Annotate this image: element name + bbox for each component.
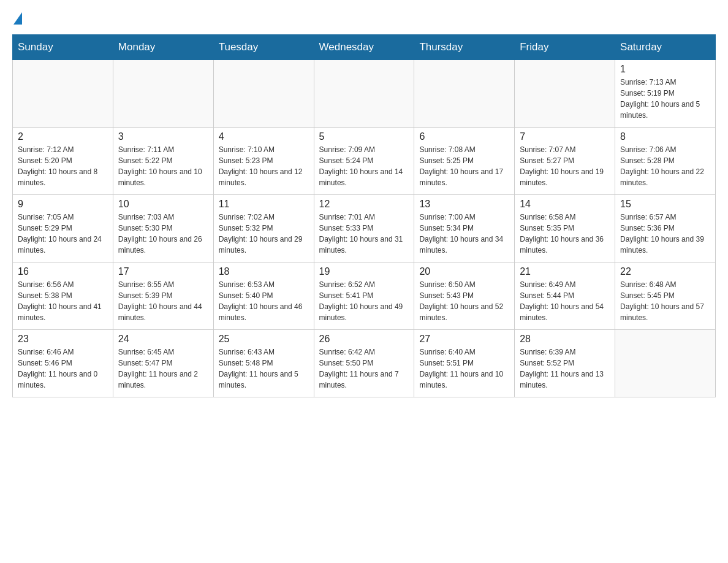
day-number: 15 <box>620 199 710 210</box>
day-number: 17 <box>118 266 208 277</box>
calendar-day-cell <box>13 60 113 128</box>
day-info: Sunrise: 6:56 AM Sunset: 5:38 PM Dayligh… <box>18 279 108 323</box>
calendar-day-cell: 26Sunrise: 6:42 AM Sunset: 5:50 PM Dayli… <box>314 330 414 397</box>
calendar-day-cell: 4Sunrise: 7:10 AM Sunset: 5:23 PM Daylig… <box>213 128 314 195</box>
logo <box>12 12 22 28</box>
day-number: 23 <box>18 334 108 345</box>
day-info: Sunrise: 6:53 AM Sunset: 5:40 PM Dayligh… <box>219 279 309 323</box>
logo-triangle-icon <box>13 12 22 25</box>
page-header <box>12 12 716 28</box>
day-info: Sunrise: 6:46 AM Sunset: 5:46 PM Dayligh… <box>18 347 108 391</box>
calendar-day-cell <box>113 60 213 128</box>
day-number: 4 <box>219 131 309 142</box>
day-number: 27 <box>419 334 509 345</box>
day-number: 11 <box>219 199 309 210</box>
day-info: Sunrise: 6:57 AM Sunset: 5:36 PM Dayligh… <box>620 212 710 256</box>
calendar-day-cell: 27Sunrise: 6:40 AM Sunset: 5:51 PM Dayli… <box>414 330 515 397</box>
calendar-day-cell <box>414 60 515 128</box>
day-number: 28 <box>520 334 610 345</box>
calendar-day-cell: 13Sunrise: 7:00 AM Sunset: 5:34 PM Dayli… <box>414 195 515 262</box>
day-number: 1 <box>620 64 710 75</box>
day-number: 3 <box>118 131 208 142</box>
day-info: Sunrise: 7:11 AM Sunset: 5:22 PM Dayligh… <box>118 144 208 188</box>
day-info: Sunrise: 6:48 AM Sunset: 5:45 PM Dayligh… <box>620 279 710 323</box>
calendar-day-cell: 23Sunrise: 6:46 AM Sunset: 5:46 PM Dayli… <box>13 330 113 397</box>
calendar-week-row: 16Sunrise: 6:56 AM Sunset: 5:38 PM Dayli… <box>13 262 716 330</box>
calendar-day-cell: 21Sunrise: 6:49 AM Sunset: 5:44 PM Dayli… <box>515 262 615 330</box>
day-of-week-header: Sunday <box>13 35 113 60</box>
calendar-week-row: 2Sunrise: 7:12 AM Sunset: 5:20 PM Daylig… <box>13 128 716 195</box>
day-number: 19 <box>319 266 409 277</box>
day-number: 20 <box>419 266 509 277</box>
day-info: Sunrise: 6:52 AM Sunset: 5:41 PM Dayligh… <box>319 279 409 323</box>
day-of-week-header: Tuesday <box>213 35 314 60</box>
day-number: 9 <box>18 199 108 210</box>
day-of-week-header: Saturday <box>615 35 716 60</box>
calendar-day-cell: 14Sunrise: 6:58 AM Sunset: 5:35 PM Dayli… <box>515 195 615 262</box>
calendar-day-cell: 15Sunrise: 6:57 AM Sunset: 5:36 PM Dayli… <box>615 195 716 262</box>
calendar-day-cell: 2Sunrise: 7:12 AM Sunset: 5:20 PM Daylig… <box>13 128 113 195</box>
day-info: Sunrise: 7:00 AM Sunset: 5:34 PM Dayligh… <box>419 212 509 256</box>
day-number: 26 <box>319 334 409 345</box>
calendar-day-cell: 24Sunrise: 6:45 AM Sunset: 5:47 PM Dayli… <box>113 330 213 397</box>
calendar-day-cell: 25Sunrise: 6:43 AM Sunset: 5:48 PM Dayli… <box>213 330 314 397</box>
day-info: Sunrise: 7:12 AM Sunset: 5:20 PM Dayligh… <box>18 144 108 188</box>
calendar-day-cell: 1Sunrise: 7:13 AM Sunset: 5:19 PM Daylig… <box>615 60 716 128</box>
calendar-day-cell: 10Sunrise: 7:03 AM Sunset: 5:30 PM Dayli… <box>113 195 213 262</box>
day-number: 14 <box>520 199 610 210</box>
day-number: 6 <box>419 131 509 142</box>
calendar-day-cell: 9Sunrise: 7:05 AM Sunset: 5:29 PM Daylig… <box>13 195 113 262</box>
calendar-day-cell <box>615 330 716 397</box>
calendar-day-cell: 28Sunrise: 6:39 AM Sunset: 5:52 PM Dayli… <box>515 330 615 397</box>
day-info: Sunrise: 7:08 AM Sunset: 5:25 PM Dayligh… <box>419 144 509 188</box>
calendar-day-cell: 22Sunrise: 6:48 AM Sunset: 5:45 PM Dayli… <box>615 262 716 330</box>
day-info: Sunrise: 7:07 AM Sunset: 5:27 PM Dayligh… <box>520 144 610 188</box>
calendar-day-cell: 12Sunrise: 7:01 AM Sunset: 5:33 PM Dayli… <box>314 195 414 262</box>
day-info: Sunrise: 6:40 AM Sunset: 5:51 PM Dayligh… <box>419 347 509 391</box>
day-number: 2 <box>18 131 108 142</box>
day-info: Sunrise: 7:09 AM Sunset: 5:24 PM Dayligh… <box>319 144 409 188</box>
day-of-week-header: Monday <box>113 35 213 60</box>
day-number: 8 <box>620 131 710 142</box>
day-number: 22 <box>620 266 710 277</box>
calendar-day-cell <box>515 60 615 128</box>
day-info: Sunrise: 6:58 AM Sunset: 5:35 PM Dayligh… <box>520 212 610 256</box>
calendar-day-cell: 20Sunrise: 6:50 AM Sunset: 5:43 PM Dayli… <box>414 262 515 330</box>
calendar-day-cell: 7Sunrise: 7:07 AM Sunset: 5:27 PM Daylig… <box>515 128 615 195</box>
day-info: Sunrise: 7:02 AM Sunset: 5:32 PM Dayligh… <box>219 212 309 256</box>
day-of-week-header: Thursday <box>414 35 515 60</box>
day-number: 21 <box>520 266 610 277</box>
calendar-week-row: 9Sunrise: 7:05 AM Sunset: 5:29 PM Daylig… <box>13 195 716 262</box>
day-of-week-header: Friday <box>515 35 615 60</box>
calendar-day-cell: 17Sunrise: 6:55 AM Sunset: 5:39 PM Dayli… <box>113 262 213 330</box>
day-number: 25 <box>219 334 309 345</box>
day-number: 18 <box>219 266 309 277</box>
calendar-week-row: 1Sunrise: 7:13 AM Sunset: 5:19 PM Daylig… <box>13 60 716 128</box>
day-number: 12 <box>319 199 409 210</box>
day-info: Sunrise: 6:42 AM Sunset: 5:50 PM Dayligh… <box>319 347 409 391</box>
calendar-table: SundayMondayTuesdayWednesdayThursdayFrid… <box>12 34 716 397</box>
day-number: 13 <box>419 199 509 210</box>
calendar-day-cell: 18Sunrise: 6:53 AM Sunset: 5:40 PM Dayli… <box>213 262 314 330</box>
calendar-day-cell: 19Sunrise: 6:52 AM Sunset: 5:41 PM Dayli… <box>314 262 414 330</box>
calendar-day-cell: 16Sunrise: 6:56 AM Sunset: 5:38 PM Dayli… <box>13 262 113 330</box>
calendar-day-cell: 5Sunrise: 7:09 AM Sunset: 5:24 PM Daylig… <box>314 128 414 195</box>
day-number: 16 <box>18 266 108 277</box>
calendar-day-cell: 11Sunrise: 7:02 AM Sunset: 5:32 PM Dayli… <box>213 195 314 262</box>
day-info: Sunrise: 6:55 AM Sunset: 5:39 PM Dayligh… <box>118 279 208 323</box>
calendar-day-cell: 8Sunrise: 7:06 AM Sunset: 5:28 PM Daylig… <box>615 128 716 195</box>
day-info: Sunrise: 7:10 AM Sunset: 5:23 PM Dayligh… <box>219 144 309 188</box>
day-info: Sunrise: 7:06 AM Sunset: 5:28 PM Dayligh… <box>620 144 710 188</box>
day-number: 7 <box>520 131 610 142</box>
day-info: Sunrise: 7:03 AM Sunset: 5:30 PM Dayligh… <box>118 212 208 256</box>
day-of-week-header: Wednesday <box>314 35 414 60</box>
day-number: 24 <box>118 334 208 345</box>
day-number: 5 <box>319 131 409 142</box>
day-info: Sunrise: 7:05 AM Sunset: 5:29 PM Dayligh… <box>18 212 108 256</box>
day-info: Sunrise: 6:49 AM Sunset: 5:44 PM Dayligh… <box>520 279 610 323</box>
calendar-day-cell: 6Sunrise: 7:08 AM Sunset: 5:25 PM Daylig… <box>414 128 515 195</box>
day-number: 10 <box>118 199 208 210</box>
day-info: Sunrise: 6:50 AM Sunset: 5:43 PM Dayligh… <box>419 279 509 323</box>
day-info: Sunrise: 6:45 AM Sunset: 5:47 PM Dayligh… <box>118 347 208 391</box>
calendar-day-cell: 3Sunrise: 7:11 AM Sunset: 5:22 PM Daylig… <box>113 128 213 195</box>
